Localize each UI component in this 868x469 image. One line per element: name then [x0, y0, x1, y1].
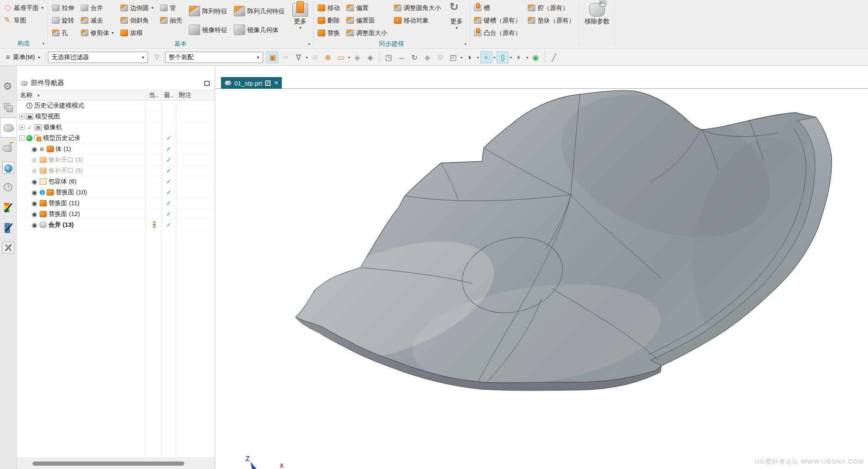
tube-button[interactable]: 管	[158, 2, 184, 14]
orient-view-front-button[interactable]: ◈	[351, 51, 364, 63]
tree-row-model-history[interactable]: -模型历史记录✓	[17, 133, 215, 144]
eye-hidden-icon[interactable]: ⊘	[31, 166, 38, 176]
zoom-window-button[interactable]: ◳	[383, 51, 395, 63]
rect-selection-button[interactable]: ▭	[335, 51, 347, 63]
expander-icon[interactable]: +	[19, 114, 25, 119]
sidebar-item-datum-tools[interactable]	[0, 238, 16, 258]
navigator-column-header[interactable]: 名称 ▲ 当.. 最.. 附注	[17, 90, 215, 100]
eye-visible-icon[interactable]: ◉	[31, 198, 38, 208]
selection-filter-combo[interactable]: 无选择过滤器 ▼	[48, 52, 148, 63]
delete-face-button[interactable]: 删除	[316, 14, 341, 26]
expander-icon[interactable]: -	[19, 135, 25, 141]
chamfer-button[interactable]: 倒斜角	[119, 14, 155, 26]
chevron-down-icon[interactable]: ▾	[306, 55, 308, 60]
visual-effects-button[interactable]: ◗	[464, 51, 476, 63]
undock-icon[interactable]	[204, 81, 210, 86]
orient-view-iso-button[interactable]: ◈	[364, 51, 376, 63]
mirror-geometry-button[interactable]: 镜像几何体	[232, 20, 286, 39]
group-gallery-arrow[interactable]: ▾	[43, 41, 45, 46]
more-boss-button[interactable]: 更多▾	[290, 2, 311, 31]
eye-visible-icon[interactable]: ◉	[31, 144, 38, 154]
sidebar-item-history[interactable]	[0, 178, 16, 198]
unite-button[interactable]: 合并	[79, 2, 115, 14]
mirror-feature-button[interactable]: 镜像特征	[187, 20, 229, 39]
chevron-down-icon[interactable]: ▾	[461, 55, 463, 60]
tree-row-cameras[interactable]: +✓摄像机	[17, 122, 215, 133]
eye-visible-icon[interactable]: ◉	[31, 188, 38, 197]
groove-button[interactable]: 槽	[472, 2, 523, 14]
pattern-feature-button[interactable]: 阵列特征	[187, 2, 229, 20]
fit-view-button[interactable]: ↔	[396, 51, 408, 63]
tree-row-patch-opening-5[interactable]: ⊘修补开口 (5)✓	[17, 166, 215, 176]
column-current[interactable]: 当..	[146, 90, 162, 100]
group-gallery-arrow[interactable]: ▾	[308, 42, 310, 46]
resize-blend-button[interactable]: 调整圆角大小	[392, 2, 443, 14]
sidebar-item-visual-reports[interactable]	[0, 198, 16, 218]
menu-button[interactable]: ≡ 菜单(M) ▾	[3, 52, 43, 63]
chevron-down-icon[interactable]: ▾	[348, 55, 350, 60]
more-sync-button[interactable]: 更多▾	[446, 2, 467, 31]
keyway-button[interactable]: 键槽（原有）	[472, 14, 523, 26]
wcs-dialog-button[interactable]: ⊕	[322, 51, 334, 63]
hscrollbar-thumb[interactable]	[33, 461, 184, 466]
chevron-down-icon[interactable]: ▾	[510, 55, 512, 60]
pocket-button[interactable]: 腔（原有）	[526, 2, 577, 14]
column-name[interactable]: 名称 ▲	[17, 90, 146, 100]
revolve-button[interactable]: 旋转	[50, 14, 76, 26]
chevron-down-icon[interactable]: ▾	[494, 55, 496, 60]
selection-filter-button[interactable]: ∇	[292, 51, 304, 63]
render-wireframe-button[interactable]: ▯	[497, 51, 509, 63]
rotate-view-button[interactable]: ↻	[409, 51, 421, 63]
tree-row-body-1[interactable]: ◉⊘体 (1)✓	[17, 144, 215, 155]
sidebar-item-reuse-library[interactable]	[0, 138, 16, 158]
draft-button[interactable]: 拔模	[119, 27, 155, 39]
navigator-hscrollbar[interactable]	[17, 457, 215, 469]
resize-face-button[interactable]: 调整面大小	[345, 27, 389, 39]
sidebar-item-roles[interactable]	[0, 78, 16, 98]
tree-row-replace-face-12[interactable]: ◉替换面 (12)✓	[17, 209, 215, 220]
snap-point-button[interactable]: ▣	[266, 51, 278, 63]
tree-row-replace-face-10[interactable]: ◉i替换面 (10)✓	[17, 187, 215, 198]
edge-blend-button[interactable]: 边倒圆▾	[119, 2, 155, 14]
subtract-button[interactable]: 减去	[79, 14, 115, 26]
view-settings-button[interactable]: ⚙	[434, 51, 447, 63]
column-latest[interactable]: 最..	[162, 90, 176, 100]
eye-visible-icon[interactable]: ◉	[31, 177, 38, 186]
sidebar-item-process-studio[interactable]	[0, 218, 16, 238]
extrude-button[interactable]: 拉伸	[50, 2, 76, 14]
tree-row-unite-13[interactable]: ◉合并 (13)✓	[17, 220, 215, 231]
chevron-down-icon[interactable]: ▾	[527, 55, 529, 60]
render-shaded-button[interactable]: ●	[480, 51, 492, 63]
offset-face-button[interactable]: 偏置面	[345, 14, 389, 26]
datum-plane-button[interactable]: 基准平面▾	[3, 2, 45, 14]
shell-button[interactable]: 抽壳	[158, 14, 184, 26]
display-mode-button[interactable]: ◐	[513, 51, 525, 63]
point-dialog-button[interactable]: ⊕	[309, 51, 321, 63]
tree-row-replace-face-11[interactable]: ◉替换面 (11)✓	[17, 198, 215, 209]
hole-button[interactable]: 孔	[50, 27, 76, 39]
tree-row-patch-opening-3[interactable]: ⊘修补开口 (3)✓	[17, 155, 215, 166]
replace-face-button[interactable]: 替换	[316, 27, 341, 39]
graphics-area[interactable]: 01_stp.prt ×	[216, 66, 868, 469]
trim-body-button[interactable]: 修剪体▾	[79, 27, 115, 39]
shaded-style-button[interactable]: ◆	[421, 51, 434, 63]
measure-button[interactable]: ╱	[548, 51, 560, 63]
pattern-geometry-button[interactable]: 阵列几何特征	[232, 2, 286, 20]
chevron-down-icon[interactable]: ▾	[477, 55, 479, 60]
move-face-button[interactable]: 移动	[316, 2, 341, 14]
tree-row-bounding-body-6[interactable]: ◉包容体 (6)✓	[17, 176, 215, 187]
sketch-button[interactable]: 草图	[3, 14, 45, 26]
maximize-view-button[interactable]: ◰	[447, 51, 459, 63]
filter-reset-button[interactable]: ∇	[151, 51, 163, 63]
tree-row-model-views[interactable]: +模型视图	[17, 111, 215, 122]
tab-01-stp-prt[interactable]: 01_stp.prt ×	[221, 77, 282, 89]
3d-model-viewport[interactable]: Z X	[216, 66, 868, 469]
link-button[interactable]: ∞	[279, 51, 291, 63]
tab-close-icon[interactable]: ×	[274, 80, 278, 86]
column-note[interactable]: 附注	[176, 90, 215, 100]
eye-hidden-icon[interactable]: ⊘	[31, 155, 38, 165]
remove-parameters-button[interactable]: 移除参数	[582, 2, 612, 25]
sidebar-item-part-navigator[interactable]	[0, 118, 16, 138]
pad-button[interactable]: 垫块（原有）	[526, 14, 577, 26]
eye-visible-icon[interactable]: ◉	[31, 209, 38, 219]
